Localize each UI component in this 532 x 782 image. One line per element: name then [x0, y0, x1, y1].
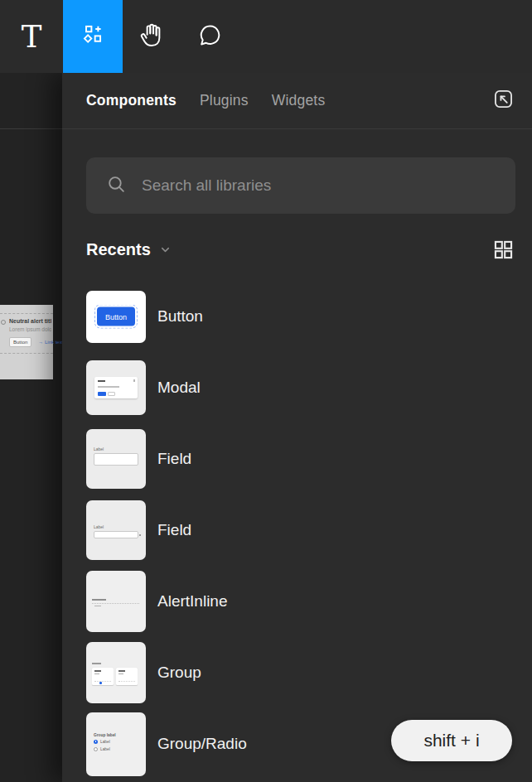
preview-shape	[118, 681, 135, 682]
alert-button: Button	[9, 337, 31, 347]
list-item-alertinline[interactable]: AlertInline	[86, 566, 532, 637]
preview-radio-row: Label	[94, 740, 110, 744]
canvas-alert-component: Neutral alert title Lorem ipsum dolor am…	[0, 313, 53, 354]
preview-radio-row: Label	[94, 747, 110, 751]
item-label: Group	[157, 664, 201, 682]
preview-shape	[108, 392, 115, 396]
preview-group-label: Group label	[94, 733, 116, 737]
alert-info-icon	[1, 320, 6, 325]
radio-selected-icon	[94, 740, 98, 744]
open-in-canvas-button[interactable]	[491, 89, 515, 113]
field-thumbnail: Label	[86, 500, 146, 560]
preview-field-label: Label	[94, 524, 104, 529]
list-item-field[interactable]: Label Field	[86, 423, 532, 495]
item-label: Field	[157, 521, 191, 539]
field-thumbnail: Label	[86, 429, 146, 489]
button-thumbnail: Button	[86, 291, 146, 343]
preview-shape	[94, 673, 99, 674]
group-thumbnail	[86, 642, 146, 703]
preview-shape	[98, 380, 105, 382]
item-label: Group/Radio	[157, 735, 247, 753]
list-item-group[interactable]: Group	[86, 637, 532, 708]
preview-radio-label: Label	[100, 740, 110, 744]
tab-components[interactable]: Components	[86, 92, 177, 109]
arrow-up-left-box-icon	[492, 88, 515, 113]
group-radio-thumbnail: Group label Label Label	[86, 712, 146, 776]
panel-header: Components Plugins Widgets	[62, 73, 532, 129]
preview-field-label: Label	[94, 447, 104, 451]
preview-input-box	[94, 531, 138, 538]
hand-icon	[138, 21, 166, 52]
components-panel: Components Plugins Widgets	[62, 73, 532, 782]
preview-shape	[92, 603, 139, 604]
preview-modal-card	[94, 377, 138, 398]
preview-card	[92, 668, 114, 685]
search-input[interactable]	[142, 176, 502, 195]
modal-thumbnail	[86, 360, 146, 415]
tab-widgets[interactable]: Widgets	[272, 92, 326, 109]
preview-shape	[92, 599, 106, 601]
recents-title[interactable]: Recents	[86, 240, 151, 259]
preview-shape	[118, 670, 125, 672]
recents-header: Recents	[86, 239, 515, 261]
preview-shape	[99, 682, 102, 684]
preview-button: Button	[97, 307, 135, 326]
list-item-modal[interactable]: Modal	[86, 352, 532, 423]
keyboard-shortcut-badge: shift + i	[391, 720, 512, 761]
item-label: Field	[157, 450, 191, 468]
text-tool-button[interactable]: T	[0, 0, 63, 73]
components-tool-button-active[interactable]	[63, 0, 123, 73]
search-icon	[106, 174, 142, 198]
list-item-button[interactable]: Button Button	[86, 281, 532, 352]
preview-shape	[98, 386, 119, 388]
panel-tabs: Components Plugins Widgets	[86, 92, 325, 109]
hand-tool-button[interactable]	[123, 0, 181, 73]
toolbar: T	[0, 0, 532, 73]
item-label: Button	[157, 307, 203, 326]
preview-input-box	[94, 453, 138, 466]
recents-list: Button Button Modal L	[62, 281, 532, 780]
alert-actions: Button → Link text	[9, 337, 51, 347]
canvas-artboard-fragment: Neutral alert title Lorem ipsum dolor am…	[0, 305, 53, 379]
preview-shape	[94, 606, 101, 606]
item-label: Modal	[157, 379, 201, 397]
chevron-down-icon[interactable]	[159, 244, 172, 259]
preview-shape	[118, 673, 123, 674]
alert-title: Neutral alert title	[9, 318, 51, 324]
preview-shape	[94, 681, 111, 682]
preview-radio-label: Label	[100, 747, 110, 751]
preview-card	[116, 668, 138, 685]
grid-view-toggle[interactable]	[492, 239, 515, 261]
text-tool-icon: T	[22, 19, 42, 55]
preview-shape	[94, 670, 101, 672]
comment-tool-button[interactable]	[181, 0, 239, 73]
alertinline-thumbnail	[86, 571, 146, 632]
figma-components-picker: T	[0, 0, 532, 782]
radio-unselected-icon	[94, 747, 98, 751]
alert-body: Lorem ipsum dolor amet conse	[9, 326, 51, 332]
canvas-divider-line	[0, 128, 62, 129]
canvas-area: Neutral alert title Lorem ipsum dolor am…	[0, 73, 62, 782]
preview-shape	[92, 663, 101, 664]
preview-shape	[133, 379, 136, 382]
list-item-field-2[interactable]: Label Field	[86, 495, 532, 566]
comment-bubble-icon	[197, 22, 223, 51]
tab-plugins[interactable]: Plugins	[200, 92, 249, 109]
components-icon	[80, 22, 106, 51]
alert-link: → Link text	[38, 340, 63, 345]
search-bar[interactable]	[86, 157, 515, 214]
preview-shape	[98, 392, 106, 396]
item-label: AlertInline	[157, 592, 228, 611]
preview-shape	[139, 534, 141, 536]
